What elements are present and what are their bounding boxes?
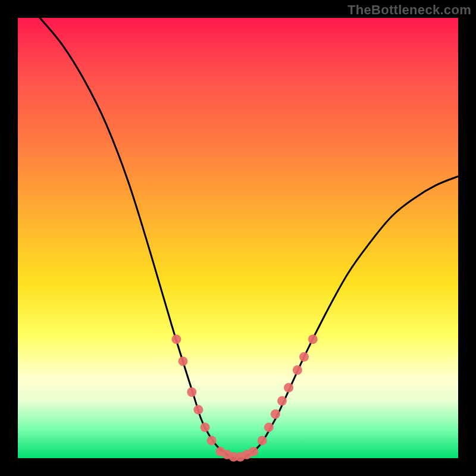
bottleneck-curve-line (40, 18, 458, 458)
watermark-label: TheBottleneck.com (347, 2, 471, 18)
curve-marker (271, 409, 280, 419)
curve-marker (258, 436, 267, 445)
curve-marker (284, 383, 293, 393)
curve-marker (193, 405, 203, 415)
curve-marker (249, 447, 258, 456)
curve-marker (207, 436, 217, 445)
plot-area (18, 18, 458, 458)
chart-frame: TheBottleneck.com (0, 0, 476, 476)
curve-marker (187, 387, 196, 397)
curve-marker (178, 356, 188, 366)
curve-marker (264, 422, 274, 432)
bottleneck-curve-svg (18, 18, 458, 458)
curve-marker (299, 352, 309, 362)
curve-marker (293, 365, 302, 375)
curve-marker (308, 334, 318, 344)
curve-marker (277, 396, 287, 406)
curve-marker (201, 422, 210, 432)
curve-markers (171, 334, 317, 462)
curve-marker (171, 334, 181, 344)
